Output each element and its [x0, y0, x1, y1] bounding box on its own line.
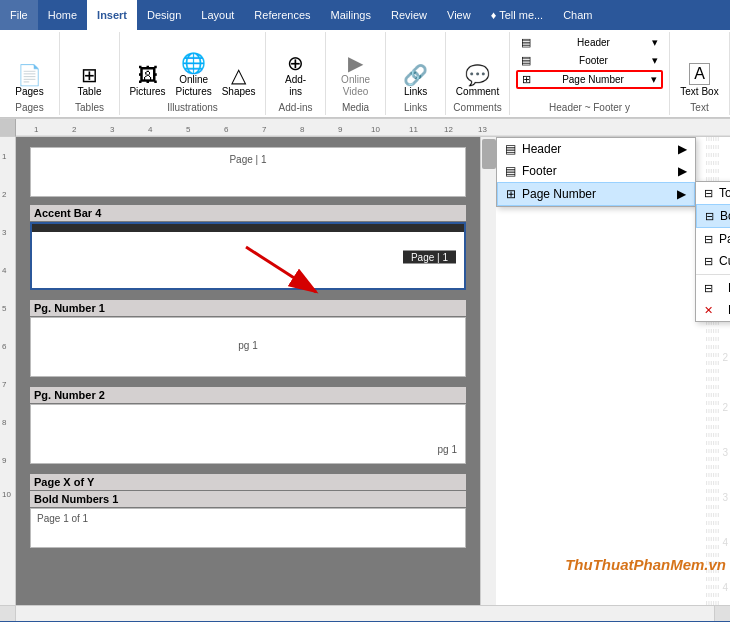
bold-numbers-1-preview[interactable]: Page 1 of 1: [30, 508, 466, 548]
format-page-numbers-item[interactable]: ⊟ Format Page Numbers...: [696, 277, 730, 299]
group-pages-label: Pages: [15, 102, 43, 115]
pictures-button[interactable]: 🖼 Pictures: [125, 63, 169, 100]
svg-text:6: 6: [2, 342, 7, 351]
links-label: Links: [404, 86, 427, 98]
online-pictures-label: OnlinePictures: [176, 74, 212, 98]
top-of-page-item[interactable]: ⊟ Top of Page ▶: [696, 182, 730, 204]
ruler-corner: [0, 119, 16, 137]
comment-icon: 💬: [465, 65, 490, 85]
textbox-button[interactable]: A Text Box: [676, 61, 722, 100]
header-button[interactable]: ▤ Header ▾: [516, 34, 663, 51]
online-pictures-button[interactable]: 🌐 OnlinePictures: [172, 51, 216, 100]
page-margins-item[interactable]: ⊟ Page Margins ▶: [696, 228, 730, 250]
comment-button[interactable]: 💬 Comment: [452, 63, 503, 100]
tab-home[interactable]: Home: [38, 0, 87, 30]
horizontal-scrollbar[interactable]: [16, 606, 714, 621]
pg-number-1-pagenum: pg 1: [31, 318, 465, 351]
svg-text:3: 3: [110, 125, 115, 134]
page-number-icon: ⊞: [522, 73, 531, 86]
preview-top-unlabeled: Page | 1: [30, 147, 466, 197]
group-textbox: A Text Box Text: [670, 32, 730, 115]
footer-icon: ▤: [521, 54, 531, 67]
tab-review[interactable]: Review: [381, 0, 437, 30]
page-margins-icon: ⊟: [704, 233, 713, 246]
shapes-button[interactable]: △ Shapes: [218, 63, 260, 100]
page-number-submenu-arrow: ▶: [677, 187, 686, 201]
ruler-row: 1 2 3 4 5 6 7 8 9 10 11 12 13: [0, 119, 730, 137]
tab-cham[interactable]: Cham: [553, 0, 602, 30]
comment-label: Comment: [456, 86, 499, 98]
current-position-item[interactable]: ⊟ Current Position ▶: [696, 250, 730, 272]
page-number-label: Page Number: [562, 74, 624, 85]
header-dropdown-item[interactable]: ▤ Header ▶: [497, 138, 695, 160]
addins-label: Add-ins: [285, 74, 306, 98]
remove-page-numbers-item[interactable]: ✕ Remove Page Numbers: [696, 299, 730, 321]
pg-number-1-preview[interactable]: pg 1: [30, 317, 466, 377]
tab-layout[interactable]: Layout: [191, 0, 244, 30]
pages-button[interactable]: 📄 Pages: [11, 63, 47, 100]
table-icon: ⊞: [81, 65, 98, 85]
pg-number-2-pagenum: pg 1: [438, 444, 457, 455]
page-margins-label: Page Margins: [719, 232, 730, 246]
svg-text:9: 9: [338, 125, 343, 134]
links-button[interactable]: 🔗 Links: [398, 63, 434, 100]
addins-button[interactable]: ⊕ Add-ins: [278, 51, 314, 100]
ribbon-tab-bar: File Home Insert Design Layout Reference…: [0, 0, 730, 30]
svg-text:9: 9: [2, 456, 7, 465]
pages-label: Pages: [15, 86, 43, 98]
page-x-of-y-label: Page X of Y: [30, 474, 466, 490]
document-area: Page | 1 Accent Bar 4 Page | 1 Pg. Numbe…: [16, 137, 480, 605]
scrollbar-thumb[interactable]: [482, 139, 496, 169]
svg-text:5: 5: [186, 125, 191, 134]
group-links-items: 🔗 Links: [398, 34, 434, 100]
group-comments: 💬 Comment Comments: [446, 32, 510, 115]
pg-number-2-preview[interactable]: pg 1: [30, 404, 466, 464]
group-links: 🔗 Links Links: [386, 32, 446, 115]
tab-references[interactable]: References: [244, 0, 320, 30]
remove-page-numbers-icon: ✕: [704, 304, 722, 317]
footer-dropdown-icon: ▾: [652, 54, 658, 67]
bottom-of-page-icon: ⊟: [705, 210, 714, 223]
vertical-scrollbar[interactable]: [480, 137, 496, 605]
header-icon: ▤: [521, 36, 531, 49]
tab-file[interactable]: File: [0, 0, 38, 30]
bottom-of-page-item[interactable]: ⊟ Bottom of Page ▶: [696, 204, 730, 228]
group-header-footer: ▤ Header ▾ ▤ Footer ▾ ⊞ Page Number ▾ He…: [510, 32, 670, 115]
preview-top-pagenum: Page | 1: [37, 154, 459, 165]
footer-submenu-arrow: ▶: [678, 164, 687, 178]
pg-number-1-label: Pg. Number 1: [30, 300, 466, 316]
scroll-corner-bl: [0, 606, 16, 621]
page-number-button[interactable]: ⊞ Page Number ▾: [516, 70, 663, 89]
tab-tell-me[interactable]: ♦ Tell me...: [481, 0, 553, 30]
svg-text:7: 7: [262, 125, 267, 134]
svg-text:11: 11: [409, 125, 418, 134]
svg-text:13: 13: [478, 125, 487, 134]
accent-bar-4-preview[interactable]: Page | 1: [30, 222, 466, 290]
footer-dropdown-item[interactable]: ▤ Footer ▶: [497, 160, 695, 182]
page-number-dropdown-icon: ▾: [651, 73, 657, 86]
ribbon: File Home Insert Design Layout Reference…: [0, 0, 730, 119]
footer-dropdown-label: Footer: [522, 164, 557, 178]
tab-design[interactable]: Design: [137, 0, 191, 30]
header-submenu-arrow: ▶: [678, 142, 687, 156]
page-number-dropdown-item[interactable]: ⊞ Page Number ▶: [497, 182, 695, 206]
tab-insert[interactable]: Insert: [87, 0, 137, 30]
online-video-button[interactable]: ▶ OnlineVideo: [337, 51, 374, 100]
footer-button[interactable]: ▤ Footer ▾: [516, 52, 663, 69]
group-links-label: Links: [404, 102, 427, 115]
group-pages-items: 📄 Pages: [11, 34, 47, 100]
textbox-icon: A: [689, 63, 710, 85]
shapes-label: Shapes: [222, 86, 256, 98]
table-button[interactable]: ⊞ Table: [72, 63, 108, 100]
tab-mailings[interactable]: Mailings: [321, 0, 381, 30]
ribbon-content: 📄 Pages Pages ⊞ Table Tables 🖼 Pictures: [0, 30, 730, 118]
group-tables-label: Tables: [75, 102, 104, 115]
svg-text:4: 4: [148, 125, 153, 134]
addins-icon: ⊕: [287, 53, 304, 73]
online-video-icon: ▶: [348, 53, 363, 73]
group-addins-items: ⊕ Add-ins: [278, 34, 314, 100]
svg-text:7: 7: [2, 380, 7, 389]
tab-view[interactable]: View: [437, 0, 481, 30]
group-textbox-items: A Text Box: [676, 34, 722, 100]
svg-text:1: 1: [2, 152, 7, 161]
